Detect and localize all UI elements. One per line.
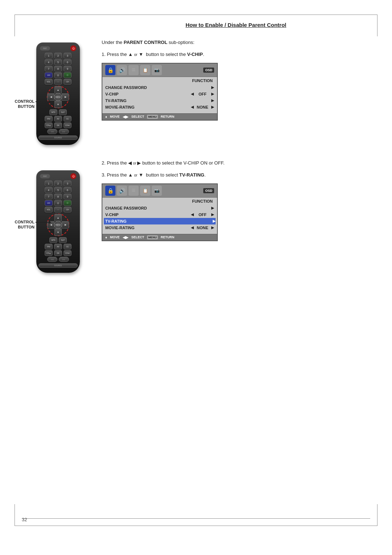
- btn-ex2[interactable]: SLP: [59, 109, 67, 115]
- osd-row-name-2: V-CHIP: [105, 92, 191, 96]
- btn-fn2[interactable]: --: [54, 79, 62, 85]
- dpad-center-2[interactable]: MENU: [54, 221, 62, 229]
- btn-source-2[interactable]: SOURCE: [38, 263, 78, 268]
- btn-5b[interactable]: 5: [54, 187, 62, 193]
- osd-move-label-1: MOVE: [110, 115, 120, 118]
- btn-3[interactable]: 3: [64, 53, 72, 58]
- btn-9b[interactable]: 9: [64, 194, 72, 199]
- btn-8[interactable]: 8: [54, 66, 62, 72]
- osd-row-name-2-4: MOVIE-RATING: [105, 226, 191, 230]
- control-arrow-head-2: [49, 220, 51, 224]
- osd-row-value-2-2: OFF: [195, 212, 210, 217]
- btn-fn2b[interactable]: --: [54, 207, 62, 212]
- osd-row-name-4: MOVIE-RATING: [105, 105, 191, 109]
- page-border-bottom: [15, 526, 377, 526]
- remote-control-1: GEC 1 2 3 4 5 6 7: [36, 42, 80, 145]
- osd-row-name-2-3: TV-RATING: [105, 219, 211, 223]
- osd-row-vchip-1: V-CHIP ◀ OFF ▶: [105, 91, 214, 97]
- btn-ex4b[interactable]: AV: [54, 244, 62, 250]
- btn-ex6b[interactable]: CH▲: [45, 250, 53, 256]
- btn-ex7b[interactable]: OK: [54, 250, 62, 256]
- btn-6[interactable]: 6: [64, 59, 72, 65]
- osd-menu-items-2: CHANGE PASSWORD ▶ V-CHIP ◀ OFF ▶ TV-RATI…: [102, 204, 217, 234]
- btn-oval1[interactable]: ◁◁: [47, 129, 57, 134]
- btn-fn1b[interactable]: VOL: [45, 207, 53, 212]
- btn-100b[interactable]: 100: [45, 200, 53, 206]
- btn-5[interactable]: 5: [54, 59, 62, 65]
- btn-special[interactable]: ⊙: [64, 72, 72, 78]
- dpad-down-1[interactable]: ▼: [54, 101, 62, 108]
- dpad-container-1: ▲ ▼ ◀ ▶ MENU: [38, 86, 78, 108]
- btn-8b[interactable]: 8: [54, 194, 62, 199]
- btn-2[interactable]: 2: [54, 53, 62, 58]
- btn-ex4[interactable]: AV: [54, 116, 62, 122]
- btn-ex7[interactable]: OK: [54, 122, 62, 128]
- page-line: [22, 518, 370, 519]
- btn-ex6[interactable]: CH▲: [45, 122, 53, 128]
- btn-2b[interactable]: 2: [54, 181, 62, 186]
- num-row-4b: 100 0 ⊙: [38, 200, 78, 206]
- osd-arrow-right-2-1: ▶: [211, 206, 214, 210]
- osd-row-value-4: NONE: [195, 105, 210, 109]
- page-number: 32: [22, 517, 27, 522]
- btn-ex1[interactable]: MTS: [49, 109, 57, 115]
- btn-ex2b[interactable]: SLP: [59, 237, 67, 243]
- btn-oval1b[interactable]: ◁◁: [47, 257, 57, 262]
- btn-0[interactable]: 0: [54, 72, 62, 78]
- osd-icon-bars-1: ≡: [128, 65, 139, 75]
- osd-row-value-2-4: NONE: [195, 226, 210, 230]
- fn-row: VOL -- CH: [38, 79, 78, 85]
- btn-ex8[interactable]: CH▼: [64, 122, 72, 128]
- dpad-right-2[interactable]: ▶: [62, 221, 69, 228]
- dpad-down-2[interactable]: ▼: [54, 228, 62, 236]
- osd-row-tvrating-2: TV-RATING ▶: [104, 218, 216, 224]
- dpad-right-1[interactable]: ▶: [62, 93, 69, 101]
- osd-select-icon-1: ◀▶: [123, 115, 128, 119]
- btn-ex3[interactable]: FAV: [45, 116, 53, 122]
- power-button-2[interactable]: [70, 173, 76, 179]
- dpad-2: ▲ ▼ ◀ ▶ MENU: [47, 214, 69, 236]
- control-arrow-2: [36, 222, 49, 223]
- osd-arrow-right-3: ▶: [211, 98, 214, 102]
- btn-fn1[interactable]: VOL: [45, 79, 53, 85]
- btn-7b[interactable]: 7: [45, 194, 53, 199]
- btn-ex3b[interactable]: FAV: [45, 244, 53, 250]
- btn-0b[interactable]: 0: [54, 200, 62, 206]
- dpad-up-2[interactable]: ▲: [54, 214, 62, 221]
- btn-ex5[interactable]: CC: [64, 116, 72, 122]
- btn-7[interactable]: 7: [45, 66, 53, 72]
- osd-icon-lock-2: 🔒: [105, 186, 115, 196]
- osd-arrow-right-4: ▶: [211, 105, 214, 109]
- btn-ex5b[interactable]: CC: [64, 244, 72, 250]
- btn-fn3[interactable]: CH: [64, 79, 72, 85]
- btn-3b[interactable]: 3: [64, 181, 72, 186]
- page-title: How to Enable / Disable Parent Control: [102, 22, 370, 28]
- osd-row-name-3: TV-RATING: [105, 98, 210, 103]
- dpad-up-1[interactable]: ▲: [54, 86, 62, 93]
- power-button-1[interactable]: [70, 45, 76, 51]
- btn-source-1[interactable]: SOURCE: [38, 135, 78, 140]
- osd-arrow-left-4: ◀: [191, 105, 194, 109]
- control-button-label-1: CONTROLBUTTON: [5, 99, 34, 109]
- remote-control-2: GEC 1 2 3 4 5 6 7: [36, 170, 80, 273]
- btn-oval2[interactable]: ▷▷: [59, 129, 69, 134]
- osd-icon-list-2: 📋: [140, 186, 150, 196]
- btn-ex1b[interactable]: MTS: [49, 237, 57, 243]
- btn-oval2b[interactable]: ▷▷: [59, 257, 69, 262]
- page-border-right-bottom: [377, 504, 377, 526]
- btn-ex8b[interactable]: CH▼: [64, 250, 72, 256]
- btn-100[interactable]: 100: [45, 72, 53, 78]
- btn-4[interactable]: 4: [45, 59, 53, 65]
- btn-fn3b[interactable]: CH: [64, 207, 72, 212]
- dpad-center-1[interactable]: MENU: [54, 93, 62, 101]
- btn-9[interactable]: 9: [64, 66, 72, 72]
- remote-container-1: GEC 1 2 3 4 5 6 7: [22, 39, 94, 145]
- osd-icon-lock-1: 🔒: [105, 65, 115, 75]
- btn-1[interactable]: 1: [45, 53, 53, 58]
- btn-1b[interactable]: 1: [45, 181, 53, 186]
- btn-4b[interactable]: 4: [45, 187, 53, 193]
- osd-move-icon-1: ♦: [105, 115, 107, 119]
- btn-6b[interactable]: 6: [64, 187, 72, 193]
- btn-specialb[interactable]: ⊙: [64, 200, 72, 206]
- dpad-left-1[interactable]: ◀: [47, 93, 54, 101]
